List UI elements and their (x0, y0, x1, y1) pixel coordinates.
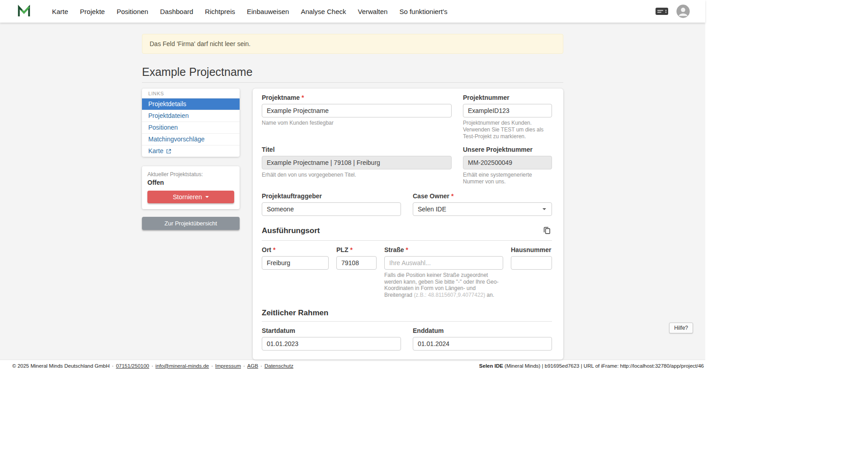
projektauftraggeber-label: Projektauftraggeber (262, 192, 401, 200)
sidebar-item-label: Projektdetails (148, 100, 186, 108)
hausnummer-input[interactable] (511, 256, 552, 270)
strasse-input[interactable] (384, 256, 503, 270)
case-owner-selected-value: Selen IDE (418, 206, 446, 213)
nav-item-projekte[interactable]: Projekte (79, 5, 106, 18)
unsere-projektnummer-label: Unsere Projektnummer (463, 146, 552, 153)
project-status-card: Aktueller Projektstatus: Offen Storniere… (142, 166, 240, 209)
cancel-project-button[interactable]: Stornieren (147, 191, 234, 203)
help-button[interactable]: Hilfe? (669, 323, 693, 333)
copy-address-button[interactable] (542, 225, 552, 237)
project-details-form: Projektname* Name vom Kunden festlegbar … (253, 89, 563, 360)
sidebar-item-label: Projektdateien (148, 112, 189, 119)
footer-user-name: Selen IDE (479, 363, 503, 369)
enddatum-input[interactable] (413, 337, 552, 351)
projektname-input[interactable] (262, 104, 452, 117)
ort-input[interactable] (262, 256, 329, 270)
nav-item-positionen[interactable]: Positionen (116, 5, 149, 18)
field-startdatum: Startdatum (262, 327, 401, 351)
plz-input[interactable] (336, 256, 377, 270)
project-overview-button-label: Zur Projektübersicht (165, 220, 217, 227)
field-enddatum: Enddatum (413, 327, 552, 351)
app-frame: Karte Projekte Positionen Dashboard Rich… (0, 0, 705, 364)
field-strasse: Straße* Falls die Position keiner Straße… (384, 246, 503, 299)
enddatum-label: Enddatum (413, 327, 552, 334)
navbar-actions (655, 4, 690, 19)
footer: © 2025 Mineral Minds Deutschland GmbH·07… (0, 360, 705, 372)
unsere-projektnummer-helper: Erhält eine systemgenerierte Nummer von … (463, 172, 552, 185)
titel-input (262, 156, 452, 169)
sidebar-item-positionen[interactable]: Positionen (142, 122, 240, 134)
nav-item-analyse-check[interactable]: Analyse Check (300, 5, 347, 18)
strasse-label: Straße* (384, 246, 503, 253)
nav-item-einbauweisen[interactable]: Einbauweisen (246, 5, 290, 18)
projektnummer-input[interactable] (463, 104, 552, 117)
footer-link-email[interactable]: info@mineral-minds.de (156, 363, 209, 369)
nav-item-verwalten[interactable]: Verwalten (357, 5, 389, 18)
field-projektnummer: Projektnummer Projektnummer des Kunden. … (463, 94, 552, 140)
nav-item-karte[interactable]: Karte (51, 5, 69, 18)
nav-item-dashboard[interactable]: Dashboard (159, 5, 194, 18)
field-projektname: Projektname* Name vom Kunden festlegbar (262, 94, 452, 140)
field-case-owner: Case Owner* Selen IDE (413, 192, 552, 216)
project-status-label: Aktueller Projektstatus: (147, 171, 234, 178)
sidebar-item-label: Karte (148, 147, 163, 154)
nav-links: Karte Projekte Positionen Dashboard Rich… (51, 5, 448, 18)
sidebar-item-karte[interactable]: Karte (142, 145, 240, 157)
case-owner-select[interactable]: Selen IDE (413, 202, 552, 216)
copy-icon (542, 226, 551, 234)
top-navbar: Karte Projekte Positionen Dashboard Rich… (0, 0, 705, 23)
sidebar-item-projektdateien[interactable]: Projektdateien (142, 110, 240, 122)
sidebar-item-projektdetails[interactable]: Projektdetails (142, 98, 240, 110)
required-asterisk: * (406, 246, 408, 253)
hausnummer-label: Hausnummer (511, 246, 552, 253)
nav-item-richtpreis[interactable]: Richtpreis (204, 5, 236, 18)
external-link-icon (166, 148, 171, 154)
sidebar-item-label: Matchingvorschläge (148, 136, 205, 143)
projektauftraggeber-input[interactable] (262, 202, 401, 216)
nav-item-so-funktionierts[interactable]: So funktioniert's (398, 5, 448, 18)
chevron-down-icon (542, 208, 546, 210)
sidebar: LINKS Projektdetails Projektdateien Posi… (142, 89, 240, 230)
cancel-project-button-label: Stornieren (173, 193, 202, 201)
links-card: LINKS Projektdetails Projektdateien Posi… (142, 89, 240, 157)
footer-session-info: Selen IDE (Mineral Minds) | b91695ed7623… (479, 363, 704, 369)
case-owner-label: Case Owner* (413, 192, 552, 200)
validation-alert: Das Feld 'Firma' darf nicht leer sein. (142, 34, 563, 54)
unsere-projektnummer-input (463, 156, 552, 169)
required-asterisk: * (350, 246, 352, 253)
footer-link-agb[interactable]: AGB (247, 363, 258, 369)
server-icon[interactable] (655, 6, 669, 16)
footer-copyright: © 2025 Mineral Minds Deutschland GmbH (12, 363, 110, 369)
field-titel: Titel Erhält den von uns vorgegebenen Ti… (262, 146, 452, 185)
projektname-label: Projektname* (262, 94, 452, 101)
project-overview-button[interactable]: Zur Projektübersicht (142, 217, 240, 230)
footer-left: © 2025 Mineral Minds Deutschland GmbH·07… (12, 363, 293, 369)
field-ort: Ort* (262, 246, 329, 299)
titel-helper: Erhält den von uns vorgegebenen Titel. (262, 172, 452, 178)
section-divider (262, 321, 552, 322)
page-title: Example Projectname (142, 65, 563, 83)
strasse-helper: Falls die Position keiner Straße zugeord… (384, 272, 503, 299)
titel-label: Titel (262, 146, 452, 153)
field-projektauftraggeber: Projektauftraggeber (262, 192, 401, 216)
user-avatar[interactable] (676, 4, 690, 19)
field-plz: PLZ* (336, 246, 377, 299)
section-title-ausfuehrungsort: Ausführungsort (262, 226, 320, 235)
plz-label: PLZ* (336, 246, 377, 253)
sidebar-item-matchingvorschlaege[interactable]: Matchingvorschläge (142, 134, 240, 145)
ort-label: Ort* (262, 246, 329, 253)
footer-link-datenschutz[interactable]: Datenschutz (264, 363, 293, 369)
section-title-zeitlicher-rahmen: Zeitlicher Rahmen (262, 309, 328, 318)
startdatum-input[interactable] (262, 337, 401, 351)
project-status-value: Offen (147, 179, 234, 186)
section-divider (262, 240, 552, 241)
mineral-minds-logo[interactable] (17, 5, 31, 18)
required-asterisk: * (302, 94, 304, 101)
field-hausnummer: Hausnummer (511, 246, 552, 299)
field-unsere-projektnummer: Unsere Projektnummer Erhält eine systemg… (463, 146, 552, 185)
footer-link-impressum[interactable]: Impressum (215, 363, 241, 369)
projektnummer-label: Projektnummer (463, 94, 552, 101)
required-asterisk: * (273, 246, 275, 253)
footer-link-phone[interactable]: 07151/250100 (116, 363, 149, 369)
chevron-down-icon (205, 196, 209, 198)
